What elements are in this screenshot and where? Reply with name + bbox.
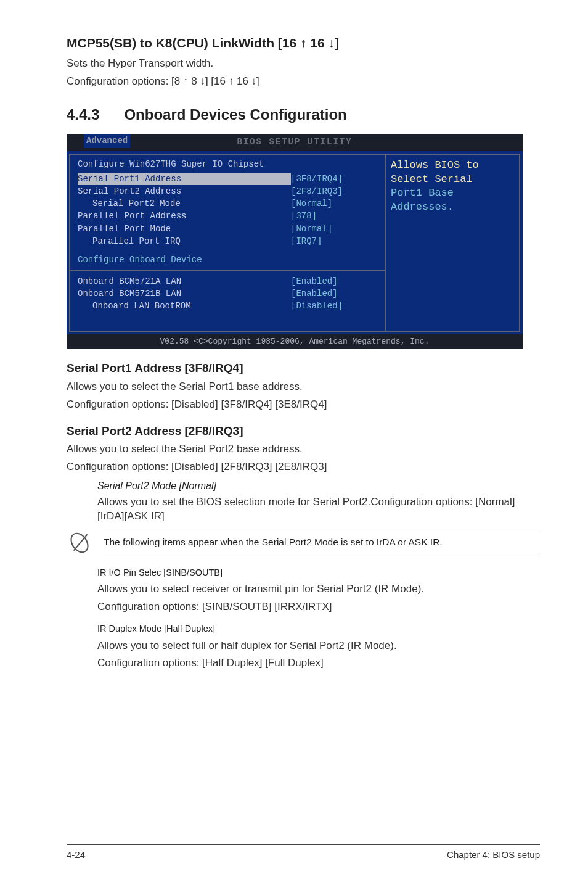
irio-p1: Allows you to select receiver or transmi… xyxy=(97,582,540,596)
bios-tab-advanced: Advanced xyxy=(84,134,130,148)
heading-serial-port1: Serial Port1 Address [3F8/IRQ4] xyxy=(67,360,540,376)
footer-rule xyxy=(67,844,540,845)
bios-setting-label: Onboard BCM5721B LAN xyxy=(78,287,291,300)
bios-setting-label: Parallel Port Mode xyxy=(78,223,291,235)
sp2mode-p: Allows you to set the BIOS selection mod… xyxy=(97,495,540,524)
heading-ir-io-pin: IR I/O Pin Selec [SINB/SOUTB] xyxy=(97,567,540,579)
bios-setting-value: [Normal] xyxy=(291,223,377,235)
bios-setting-row: Parallel Port Address[378] xyxy=(78,210,377,222)
bios-left-panel: Configure Win627THG Super IO Chipset Ser… xyxy=(69,154,385,332)
heading-mcp55-b: 16 xyxy=(306,36,328,50)
arrow-down-icon: ↓ xyxy=(251,75,257,87)
bios-setting-row: Serial Port1 Address[3F8/IRQ4] xyxy=(78,173,377,185)
bios-setting-value: [Disabled] xyxy=(291,300,377,312)
chapter-label: Chapter 4: BIOS setup xyxy=(447,849,540,861)
bios-setting-row: Serial Port2 Address[2F8/IRQ3] xyxy=(78,185,377,197)
serial2-p2: Configuration options: [Disabled] [2F8/I… xyxy=(67,460,540,474)
irio-p2: Configuration options: [SINB/SOUTB] [IRR… xyxy=(97,600,540,614)
bios-setting-row: Parallel Port IRQ[IRQ7] xyxy=(78,235,377,247)
bios-setting-row: Serial Port2 Mode[Normal] xyxy=(78,197,377,210)
bios-setting-row: Onboard LAN BootROM[Disabled] xyxy=(78,300,377,312)
bios-submenu-configure: Configure Onboard Device xyxy=(78,254,377,266)
heading-mcp55-a: MCP55(SB) to K8(CPU) LinkWidth [16 xyxy=(67,36,300,50)
arrow-down-icon: ↓ xyxy=(329,36,335,50)
heading-ir-duplex: IR Duplex Mode [Half Duplex] xyxy=(97,623,540,635)
bios-setting-value: [IRQ7] xyxy=(291,235,377,247)
mcp55-line2: Configuration options: [8 ↑ 8 ↓] [16 ↑ 1… xyxy=(67,75,540,89)
irdup-p2: Configuration options: [Half Duplex] [Fu… xyxy=(97,656,540,670)
heading-serial-port2: Serial Port2 Address [2F8/IRQ3] xyxy=(67,423,540,439)
page-number: 4-24 xyxy=(67,849,85,861)
bios-setting-label: Onboard BCM5721A LAN xyxy=(78,275,291,287)
bios-setting-value: [Enabled] xyxy=(291,287,377,300)
note-text: The following items appear when the Seri… xyxy=(104,532,540,553)
bios-setting-value: [Enabled] xyxy=(291,275,377,287)
bios-setting-label: Parallel Port IRQ xyxy=(78,235,291,247)
bios-help-line4: Addresses. xyxy=(391,200,514,215)
bios-screenshot: BIOS SETUP UTILITY Advanced Configure Wi… xyxy=(67,134,523,349)
bios-setting-row: Onboard BCM5721B LAN[Enabled] xyxy=(78,287,377,300)
mcp55-l2c: ] [16 xyxy=(205,75,229,87)
bios-footer: V02.58 <C>Copyright 1985-2006, American … xyxy=(67,334,523,349)
bios-setting-label: Serial Port1 Address xyxy=(78,173,291,185)
mcp55-line1: Sets the Hyper Transport width. xyxy=(67,57,540,71)
bios-setting-label: Serial Port2 Address xyxy=(78,185,291,197)
serial1-p1: Allows you to select the Serial Port1 ba… xyxy=(67,380,540,394)
bios-help-panel: Allows BIOS to Select Serial Port1 Base … xyxy=(385,154,520,332)
svg-line-1 xyxy=(74,534,88,550)
bios-setting-row: Onboard BCM5721A LAN[Enabled] xyxy=(78,275,377,287)
bios-setting-label: Parallel Port Address xyxy=(78,210,291,222)
bios-setting-value: [3F8/IRQ4] xyxy=(291,173,377,185)
bios-separator xyxy=(70,270,385,271)
bios-setting-value: [2F8/IRQ3] xyxy=(291,185,377,197)
bios-help-line2: Select Serial xyxy=(391,173,514,187)
section-number: 4.4.3 xyxy=(67,105,99,125)
bios-config-heading: Configure Win627THG Super IO Chipset xyxy=(78,159,377,173)
arrow-up-icon: ↑ xyxy=(300,36,307,50)
note-icon xyxy=(67,530,92,556)
bios-help-line1: Allows BIOS to xyxy=(391,159,514,173)
bios-setting-row: Parallel Port Mode[Normal] xyxy=(78,223,377,235)
bios-setting-label: Serial Port2 Mode xyxy=(78,197,291,210)
mcp55-l2a: Configuration options: [8 xyxy=(67,75,183,87)
mcp55-l2d: 16 xyxy=(234,75,251,87)
bios-title: BIOS SETUP UTILITY xyxy=(237,136,352,148)
heading-serial-port2-mode: Serial Port2 Mode [Normal] xyxy=(97,479,540,493)
bios-setting-value: [Normal] xyxy=(291,197,377,210)
serial2-p1: Allows you to select the Serial Port2 ba… xyxy=(67,442,540,456)
bios-setting-value: [378] xyxy=(291,210,377,222)
mcp55-l2e: ] xyxy=(256,75,259,87)
arrow-up-icon: ↑ xyxy=(229,75,234,87)
arrow-down-icon: ↓ xyxy=(200,75,205,87)
heading-mcp55-c: ] xyxy=(335,36,339,50)
bios-help-line3: Port1 Base xyxy=(391,186,514,200)
heading-mcp55: MCP55(SB) to K8(CPU) LinkWidth [16 ↑ 16 … xyxy=(67,35,540,52)
bios-setting-label: Onboard LAN BootROM xyxy=(78,300,291,312)
mcp55-l2b: 8 xyxy=(189,75,200,87)
arrow-up-icon: ↑ xyxy=(183,75,189,87)
irdup-p1: Allows you to select full or half duplex… xyxy=(97,639,540,653)
bios-titlebar: BIOS SETUP UTILITY xyxy=(67,134,523,151)
serial1-p2: Configuration options: [Disabled] [3F8/I… xyxy=(67,398,540,412)
section-title: Onboard Devices Configuration xyxy=(124,105,346,125)
